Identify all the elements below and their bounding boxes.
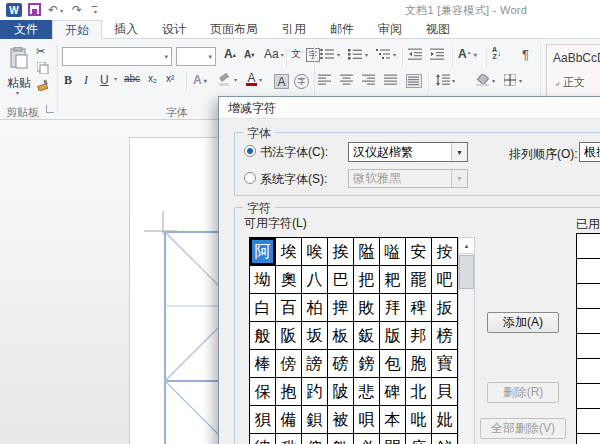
used-char-cell[interactable] [577,334,600,359]
char-cell[interactable]: 秕 [276,434,302,444]
undo-icon[interactable]: ↶▾ [48,3,63,17]
calligraphy-font-combo[interactable]: 汉仪赵楷繁 ▼ [348,142,468,162]
show-hide-marks-icon[interactable]: ¶ [522,47,529,62]
align-center-icon[interactable] [340,74,354,86]
underline-dropdown-icon[interactable]: ▾ [112,75,117,82]
char-cell[interactable]: 按 [432,238,458,266]
grow-font-icon[interactable]: A▴ [224,47,236,61]
char-cell[interactable]: 妣 [432,406,458,434]
char-cell[interactable]: 般 [250,322,276,350]
char-cell[interactable]: 挨 [328,238,354,266]
char-cell[interactable]: 謗 [302,350,328,378]
sort-order-combo[interactable]: 根据 ▼ [579,142,600,162]
char-cell[interactable]: 北 [406,378,432,406]
superscript-button[interactable]: x² [166,73,174,84]
char-cell[interactable]: 庇 [406,434,432,444]
used-char-cell[interactable] [577,409,600,434]
line-spacing-icon[interactable]: ▾ [436,74,455,86]
char-cell[interactable]: 阪 [276,322,302,350]
char-cell[interactable]: 坂 [302,322,328,350]
enclose-characters-icon[interactable]: 字 [294,74,309,89]
char-cell[interactable]: 貝 [432,378,458,406]
underline-button[interactable]: U [100,73,109,87]
change-case-icon[interactable]: Aa▾ [264,47,284,61]
char-cell[interactable]: 趵 [302,378,328,406]
char-cell[interactable]: 百 [276,294,302,322]
decrease-indent-icon[interactable] [408,48,423,60]
char-cell[interactable]: 阿 [250,238,276,266]
char-cell[interactable]: 必 [354,434,380,444]
char-cell[interactable]: 本 [380,406,406,434]
char-cell[interactable]: 柏 [302,294,328,322]
calligraphy-font-radio-label[interactable]: 书法字体(C): [260,144,328,161]
system-font-radio[interactable] [244,172,256,184]
redo-icon[interactable]: ↷ [72,3,82,17]
char-cell[interactable]: 吡 [406,406,432,434]
font-color-icon[interactable]: A ▾ [246,73,262,86]
used-char-cell[interactable] [577,434,600,444]
used-characters-list[interactable] [576,233,600,444]
numbering-icon[interactable]: ▾ [348,48,368,60]
calligraphy-font-radio[interactable] [244,145,256,157]
char-cell[interactable]: 榜 [432,322,458,350]
char-cell[interactable]: 彼 [250,434,276,444]
dialog-title-bar[interactable]: 增减字符 [219,97,600,119]
char-cell[interactable]: 舭 [328,434,354,444]
char-cell[interactable]: 嗌 [380,238,406,266]
format-painter-icon[interactable] [37,79,49,91]
character-border-icon[interactable]: 字 [306,48,320,62]
char-cell[interactable]: 奧 [276,266,302,294]
multilevel-list-icon[interactable]: ▾ [376,48,396,60]
subscript-button[interactable]: x₂ [148,73,157,84]
char-cell[interactable]: 寶 [432,350,458,378]
char-cell[interactable]: 鋇 [302,406,328,434]
char-cell[interactable]: 吧 [432,266,458,294]
char-cell[interactable]: 敗 [354,294,380,322]
char-cell[interactable]: 扳 [432,294,458,322]
tab-insert[interactable]: 插入 [102,20,150,39]
char-cell[interactable]: 唄 [354,406,380,434]
calligraphy-font-dropdown-icon[interactable]: ▼ [451,143,467,161]
char-cell[interactable]: 狽 [250,406,276,434]
used-char-cell[interactable] [577,384,600,409]
char-cell[interactable]: 板 [328,322,354,350]
font-name-combo[interactable]: ▾ [62,47,172,66]
copy-icon[interactable] [37,62,49,74]
char-cell[interactable]: 悲 [354,378,380,406]
used-char-cell[interactable] [577,359,600,384]
bold-button[interactable]: B [64,73,72,88]
tab-review[interactable]: 审阅 [366,20,414,39]
char-cell[interactable]: 包 [380,350,406,378]
scrollbar-thumb[interactable] [459,255,474,289]
strikethrough-button[interactable]: abc [124,73,140,84]
char-cell[interactable]: 稗 [406,294,432,322]
characters-scrollbar[interactable]: ▲ [458,237,475,444]
undo-dropdown-icon[interactable]: ▾ [60,7,63,14]
char-cell[interactable]: 把 [354,266,380,294]
font-size-combo[interactable]: ▾ [176,47,216,66]
clipboard-dialog-launcher-icon[interactable] [46,105,54,113]
add-button[interactable]: 添加(A) [487,312,559,333]
text-effects-icon[interactable]: A▾ [193,73,207,87]
char-cell[interactable]: 捭 [328,294,354,322]
char-cell[interactable]: 邦 [406,322,432,350]
char-cell[interactable]: 俾 [302,434,328,444]
word-logo-icon[interactable]: W [6,3,22,17]
increase-indent-icon[interactable] [430,48,445,60]
char-cell[interactable]: 閉 [380,434,406,444]
tab-design[interactable]: 设计 [150,20,198,39]
tab-page-layout[interactable]: 页面布局 [198,20,270,39]
char-cell[interactable]: 胞 [406,350,432,378]
char-cell[interactable]: 白 [250,294,276,322]
customize-qat-icon[interactable]: ▾ [92,6,97,16]
used-char-cell[interactable] [577,259,600,284]
tab-home[interactable]: 开始 [52,20,102,39]
save-icon[interactable] [28,3,41,16]
justify-icon[interactable] [384,74,398,86]
align-left-icon[interactable] [318,74,332,86]
used-char-cell[interactable] [577,309,600,334]
char-cell[interactable]: 被 [328,406,354,434]
char-cell[interactable]: 鈑 [354,322,380,350]
borders-icon[interactable]: ▾ [504,74,522,86]
char-cell[interactable]: 鎊 [354,350,380,378]
